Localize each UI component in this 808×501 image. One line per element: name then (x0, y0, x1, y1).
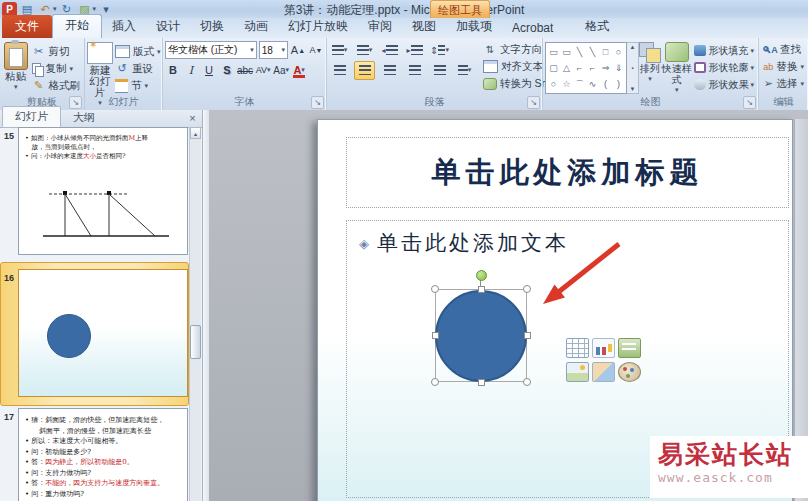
shape-option-0[interactable]: ▭ (547, 44, 560, 60)
shapes-gallery[interactable]: ▭▭╲╲□○▢△⌐⌐⇒⇓○☆⌒∿() (545, 42, 627, 94)
clip-art-icon[interactable] (592, 362, 615, 382)
shape-option-1[interactable]: ▭ (560, 44, 573, 60)
increase-indent-button[interactable]: ▸ (404, 41, 425, 60)
shape-option-17[interactable]: ) (612, 76, 625, 92)
ribbon-tab-格式[interactable]: 格式 (575, 15, 619, 38)
drawing-dialog-launcher[interactable]: ↘ (743, 96, 756, 109)
shape-option-8[interactable]: ⌐ (573, 60, 586, 76)
change-case-button[interactable]: Aa▾ (273, 62, 289, 79)
scroll-up-icon[interactable]: ▴ (190, 127, 201, 139)
insert-table-icon[interactable] (566, 338, 589, 358)
ribbon-tab-切换[interactable]: 切换 (190, 15, 234, 38)
ribbon-tab-幻灯片放映[interactable]: 幻灯片放映 (278, 15, 358, 38)
shapes-gallery-scrollbar[interactable]: ▲ ▪ ▼ (627, 42, 639, 94)
resize-handle-bottom-left[interactable] (431, 378, 439, 386)
grow-font-button[interactable]: A▲ (290, 42, 306, 59)
rotation-handle[interactable] (476, 270, 487, 281)
shape-option-5[interactable]: ○ (612, 44, 625, 60)
select-button[interactable]: ➢ 选择 ▾ (761, 75, 806, 92)
arrange-button[interactable]: 排列 ▾ (639, 40, 661, 83)
resize-handle-bottom-right[interactable] (523, 378, 531, 386)
ribbon-tab-设计[interactable]: 设计 (146, 15, 190, 38)
find-button[interactable]: 🔍︎A 查找 (761, 41, 806, 58)
resize-handle-bottom[interactable] (478, 379, 485, 386)
shrink-font-button[interactable]: A▼ (308, 42, 324, 59)
insert-smartart-icon[interactable] (618, 338, 641, 358)
insert-media-icon[interactable] (618, 362, 641, 382)
insert-chart-icon[interactable] (592, 338, 615, 358)
slide-thumbnail-17[interactable]: 17 • 猜：斜面陡，滑的快些，但加速距离短些， 斜面平，滑的慢些，但加速距离长… (0, 408, 192, 501)
shape-option-15[interactable]: ∿ (586, 76, 599, 92)
ribbon-tab-动画[interactable]: 动画 (234, 15, 278, 38)
shape-outline-button[interactable]: 形状轮廓 ▾ (692, 59, 756, 76)
panel-scrollbar[interactable]: ▴ (189, 127, 201, 501)
tab-slides[interactable]: 幻灯片 (2, 106, 61, 127)
distribute-button[interactable] (429, 61, 450, 80)
ribbon-tab-视图[interactable]: 视图 (402, 15, 446, 38)
bullets-button[interactable]: ▾ (329, 41, 350, 60)
strikethrough-button[interactable]: abc (237, 62, 253, 79)
shape-option-6[interactable]: ▢ (547, 60, 560, 76)
tab-outline[interactable]: 大纲 (61, 108, 107, 127)
underline-button[interactable]: U (201, 62, 217, 79)
decrease-indent-button[interactable]: ◂ (379, 41, 400, 60)
ribbon-tab-Acrobat[interactable]: Acrobat (502, 18, 563, 38)
cut-button[interactable]: ✂ 剪切 (30, 43, 83, 60)
align-right-button[interactable] (379, 61, 400, 80)
character-spacing-button[interactable]: AV▾ (255, 62, 271, 79)
font-size-select[interactable]: 18 ▾ (259, 41, 288, 59)
font-dialog-launcher[interactable]: ↘ (311, 96, 324, 109)
resize-handle-top[interactable] (478, 286, 485, 293)
ribbon-tab-file[interactable]: 文件 (2, 15, 52, 38)
title-placeholder[interactable]: 单击此处添加标题 (346, 137, 789, 208)
font-color-button[interactable]: A▾ (291, 62, 307, 79)
align-center-button[interactable] (354, 61, 375, 80)
copy-button[interactable]: 复制 ▾ (30, 60, 83, 77)
ribbon-tab-审阅[interactable]: 审阅 (358, 15, 402, 38)
resize-handle-top-left[interactable] (431, 285, 439, 293)
resize-handle-left[interactable] (432, 332, 439, 339)
shape-option-12[interactable]: ○ (547, 76, 560, 92)
section-button[interactable]: 节 ▾ (113, 77, 163, 94)
resize-handle-right[interactable] (524, 332, 531, 339)
shape-option-16[interactable]: ( (599, 76, 612, 92)
paste-button[interactable]: 粘贴 ▾ (2, 40, 30, 94)
shape-option-11[interactable]: ⇓ (612, 60, 625, 76)
slide-thumbnail-16[interactable]: 16 (0, 265, 192, 403)
scrollbar-thumb[interactable] (190, 325, 201, 359)
shape-option-7[interactable]: △ (560, 60, 573, 76)
replace-button[interactable]: ab 替换 ▾ (761, 58, 806, 75)
align-left-button[interactable] (329, 61, 350, 80)
font-name-select[interactable]: 华文楷体 (正文) ▾ (165, 41, 257, 59)
resize-handle-top-right[interactable] (523, 285, 531, 293)
ribbon-tab-加载项[interactable]: 加载项 (446, 15, 502, 38)
paragraph-dialog-launcher[interactable]: ↘ (527, 96, 540, 109)
bold-button[interactable]: B (165, 62, 181, 79)
text-shadow-button[interactable]: S (219, 62, 235, 79)
italic-button[interactable]: I (183, 62, 199, 79)
close-panel-icon[interactable]: × (186, 112, 199, 125)
shape-option-10[interactable]: ⇒ (599, 60, 612, 76)
shape-option-2[interactable]: ╲ (573, 44, 586, 60)
line-spacing-button[interactable]: ⇕▾ (429, 41, 450, 60)
shape-fill-button[interactable]: 形状填充 ▾ (692, 42, 756, 59)
ribbon-tab-开始[interactable]: 开始 (52, 14, 102, 38)
shape-option-14[interactable]: ⌒ (573, 76, 586, 92)
scroll-mid-icon[interactable]: ▪ (627, 65, 638, 71)
shape-effects-button[interactable]: 形状效果 ▾ (692, 76, 756, 93)
scroll-more-icon[interactable]: ▼ (627, 86, 638, 92)
shape-option-13[interactable]: ☆ (560, 76, 573, 92)
reset-button[interactable]: ↺ 重设 (113, 60, 163, 77)
ribbon-tab-插入[interactable]: 插入 (102, 15, 146, 38)
columns-button[interactable]: ▾ (454, 61, 475, 80)
numbering-button[interactable]: ▾ (354, 41, 375, 60)
shape-option-4[interactable]: □ (599, 44, 612, 60)
quick-styles-button[interactable]: 快速样式 ▾ (661, 40, 692, 94)
format-painter-button[interactable]: ✎ 格式刷 (30, 77, 83, 94)
layout-button[interactable]: 版式 ▾ (113, 43, 163, 60)
shape-option-3[interactable]: ╲ (586, 44, 599, 60)
oval-shape[interactable] (435, 290, 527, 382)
scroll-up-icon[interactable]: ▲ (627, 44, 638, 50)
insert-picture-icon[interactable] (566, 362, 589, 382)
shape-option-9[interactable]: ⌐ (586, 60, 599, 76)
